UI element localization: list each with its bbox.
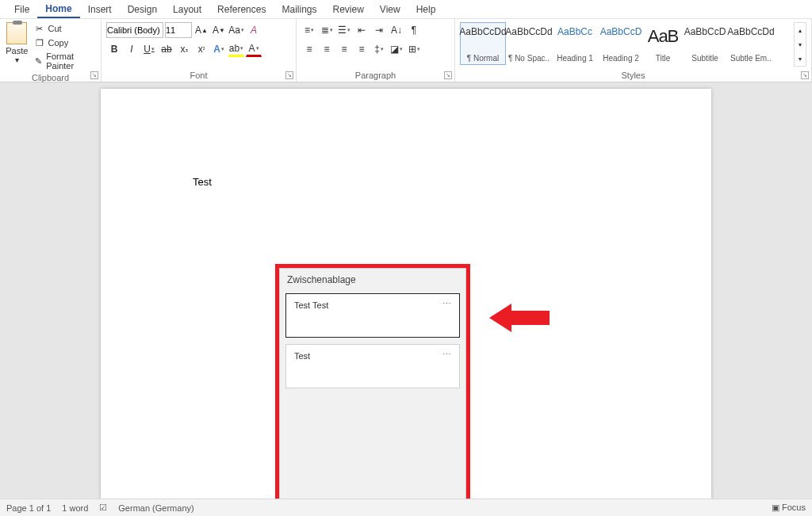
numbering-button[interactable]: ≣ xyxy=(319,22,335,38)
decrease-indent-button[interactable]: ⇤ xyxy=(354,22,370,38)
multilevel-button[interactable]: ☰ xyxy=(336,22,352,38)
italic-button[interactable]: I xyxy=(124,41,140,57)
align-center-button[interactable]: ≡ xyxy=(319,41,335,57)
format-painter-button[interactable]: ✎Format Painter xyxy=(33,51,96,71)
scissors-icon: ✂ xyxy=(34,23,45,34)
align-left-button[interactable]: ≡ xyxy=(301,41,317,57)
style-item-4[interactable]: AaBTitle xyxy=(644,22,682,65)
cut-label: Cut xyxy=(48,24,62,33)
style-name: Subtitle xyxy=(691,54,718,63)
justify-button[interactable]: ≡ xyxy=(354,41,370,57)
style-item-0[interactable]: AaBbCcDd¶ Normal xyxy=(460,22,506,65)
sort-button[interactable]: A↓ xyxy=(389,22,404,38)
style-name: Heading 1 xyxy=(557,54,593,63)
menu-help[interactable]: Help xyxy=(408,2,444,17)
font-size-combo[interactable] xyxy=(165,22,192,38)
svg-marker-0 xyxy=(489,304,550,332)
status-focus-button[interactable]: ▣ Focus xyxy=(772,503,806,513)
menu-home[interactable]: Home xyxy=(37,1,79,18)
style-name: Title xyxy=(656,54,671,63)
font-name-combo[interactable] xyxy=(106,22,163,38)
paragraph-dialog-launcher[interactable]: ↘ xyxy=(444,71,452,79)
clipboard-items-list: Test Test⋯Test⋯ xyxy=(279,293,466,388)
style-name: ¶ No Spac... xyxy=(508,54,550,63)
styles-dialog-launcher[interactable]: ↘ xyxy=(801,71,809,79)
style-item-3[interactable]: AaBbCcDHeading 2 xyxy=(598,22,644,65)
style-item-5[interactable]: AaBbCcDSubtitle xyxy=(682,22,728,65)
show-marks-button[interactable]: ¶ xyxy=(406,22,422,38)
increase-indent-button[interactable]: ⇥ xyxy=(371,22,387,38)
copy-label: Copy xyxy=(48,38,69,48)
style-item-1[interactable]: AaBbCcDd¶ No Spac... xyxy=(506,22,552,65)
ribbon-group-font: A▲ A▼ Aa A B I U ab x₂ x² A ab A Font ↘ xyxy=(102,19,297,82)
increase-font-button[interactable]: A▲ xyxy=(193,22,209,38)
style-preview: AaBbCc xyxy=(557,26,592,37)
group-label-paragraph: Paragraph xyxy=(301,69,450,80)
style-preview: AaBbCcDd xyxy=(505,26,552,37)
borders-button[interactable]: ⊞ xyxy=(406,41,422,57)
menu-design[interactable]: Design xyxy=(120,2,165,17)
decrease-font-button[interactable]: A▼ xyxy=(211,22,227,38)
bold-button[interactable]: B xyxy=(106,41,122,57)
cut-button[interactable]: ✂Cut xyxy=(33,22,96,35)
clipboard-pane-title: Zwischenablage xyxy=(279,268,466,293)
change-case-button[interactable]: Aa xyxy=(228,22,244,38)
menu-references[interactable]: References xyxy=(209,2,274,17)
style-name: Heading 2 xyxy=(603,54,639,63)
menu-mailings[interactable]: Mailings xyxy=(274,2,324,17)
style-name: Subtle Em... xyxy=(730,54,772,63)
clipboard-pane[interactable]: Zwischenablage Test Test⋯Test⋯ xyxy=(275,264,470,499)
group-label-font: Font xyxy=(106,69,291,80)
align-right-button[interactable]: ≡ xyxy=(336,41,352,57)
shading-button[interactable]: ◪ xyxy=(389,41,404,57)
menu-view[interactable]: View xyxy=(372,2,408,17)
strikethrough-button[interactable]: ab xyxy=(159,41,174,57)
line-spacing-button[interactable]: ‡ xyxy=(371,41,387,57)
paste-dropdown-icon[interactable]: ▾ xyxy=(15,55,19,64)
copy-button[interactable]: ❐Copy xyxy=(33,36,96,49)
clipboard-item-text: Test Test xyxy=(294,300,328,310)
clipboard-item-1[interactable]: Test⋯ xyxy=(285,344,460,388)
clipboard-dialog-launcher[interactable]: ↘ xyxy=(90,71,98,79)
superscript-button[interactable]: x² xyxy=(193,41,209,57)
text-effects-button[interactable]: A xyxy=(211,41,227,57)
clear-formatting-button[interactable]: A xyxy=(246,22,262,38)
styles-up-button[interactable]: ▴ xyxy=(795,23,806,37)
style-preview: AaBbCcD xyxy=(684,26,726,37)
underline-button[interactable]: U xyxy=(141,41,157,57)
menu-review[interactable]: Review xyxy=(324,2,371,17)
styles-down-button[interactable]: ▾ xyxy=(795,37,806,52)
font-dialog-launcher[interactable]: ↘ xyxy=(285,71,293,79)
menu-bar: File Home Insert Design Layout Reference… xyxy=(0,0,812,19)
status-page[interactable]: Page 1 of 1 xyxy=(6,503,51,513)
style-item-2[interactable]: AaBbCcHeading 1 xyxy=(552,22,598,65)
group-label-styles: Styles xyxy=(460,69,806,80)
bullets-button[interactable]: ≡ xyxy=(301,22,317,38)
style-item-6[interactable]: AaBbCcDdSubtle Em... xyxy=(728,22,774,65)
style-name: ¶ Normal xyxy=(467,54,499,63)
status-focus-label: Focus xyxy=(782,503,806,512)
status-bar: Page 1 of 1 1 word ☑ German (Germany) ▣ … xyxy=(0,499,812,516)
font-color-button[interactable]: A xyxy=(246,41,262,57)
clipboard-item-0[interactable]: Test Test⋯ xyxy=(285,293,460,338)
highlight-button[interactable]: ab xyxy=(228,41,244,57)
status-proofing-icon[interactable]: ☑ xyxy=(99,503,107,513)
clipboard-item-more-icon[interactable]: ⋯ xyxy=(442,350,453,360)
ribbon: Paste ▾ ✂Cut ❐Copy ✎Format Painter Clipb… xyxy=(0,19,812,82)
status-words[interactable]: 1 word xyxy=(62,503,88,513)
ribbon-group-clipboard: Paste ▾ ✂Cut ❐Copy ✎Format Painter Clipb… xyxy=(0,19,102,82)
status-language[interactable]: German (Germany) xyxy=(118,503,193,513)
annotation-arrow xyxy=(489,304,550,334)
paste-button[interactable]: Paste ▾ xyxy=(5,22,29,64)
styles-more-button[interactable]: ▾ xyxy=(795,52,806,66)
subscript-button[interactable]: x₂ xyxy=(176,41,192,57)
style-preview: AaBbCcD xyxy=(600,26,642,37)
paste-label: Paste xyxy=(6,46,28,55)
clipboard-item-more-icon[interactable]: ⋯ xyxy=(442,299,453,309)
menu-insert[interactable]: Insert xyxy=(80,2,120,17)
clipboard-item-text: Test xyxy=(294,351,310,361)
styles-scroll-arrows: ▴ ▾ ▾ xyxy=(794,22,806,67)
menu-layout[interactable]: Layout xyxy=(165,2,209,17)
menu-file[interactable]: File xyxy=(6,2,37,17)
group-label-clipboard: Clipboard xyxy=(5,71,96,82)
